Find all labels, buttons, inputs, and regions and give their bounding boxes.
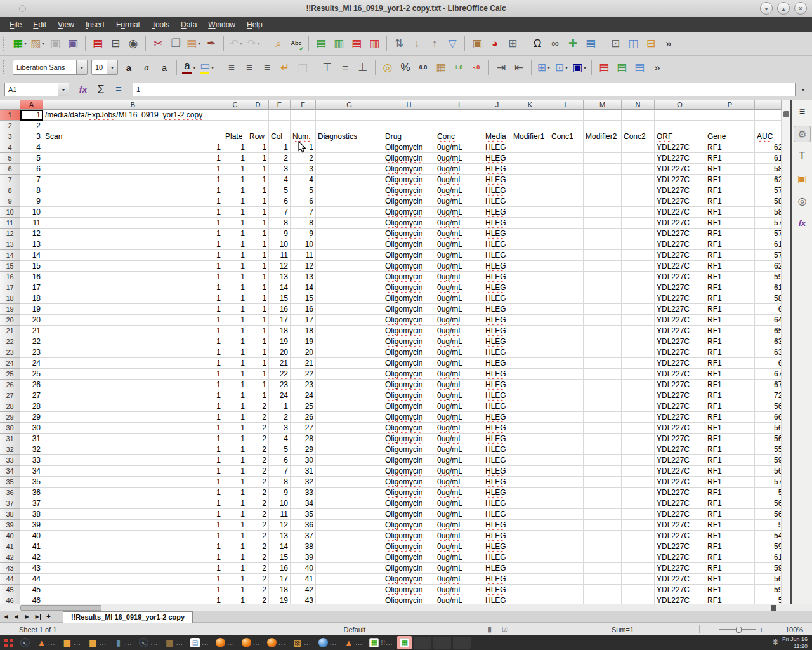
cell-Q2[interactable]	[755, 121, 782, 131]
cell-O31[interactable]: YDL227C	[655, 434, 705, 444]
cell-C24[interactable]: 1	[223, 358, 247, 369]
cell-C42[interactable]: 1	[223, 552, 247, 563]
border-style-button[interactable]: ⊡▾	[553, 58, 570, 77]
cell-I18[interactable]: 0ug/mL	[435, 293, 483, 304]
cell-L39[interactable]	[549, 520, 584, 531]
cell-L43[interactable]	[549, 563, 584, 574]
cell-K32[interactable]	[511, 444, 549, 455]
cell-A16[interactable]: 16	[20, 272, 43, 282]
dropdown-arrow-icon[interactable]: ▾	[24, 41, 27, 46]
firefox-browser[interactable]: ...	[213, 636, 237, 649]
cell-K5[interactable]	[511, 153, 549, 164]
cell-O24[interactable]: YDL227C	[655, 358, 705, 369]
cell-M10[interactable]	[584, 207, 622, 218]
zoom-level[interactable]: 100%	[776, 626, 812, 633]
cell-I3[interactable]: Conc	[435, 131, 483, 142]
cell-J19[interactable]: HLEG	[483, 304, 511, 315]
cell-Q17[interactable]: 614	[755, 282, 782, 293]
cell-B23[interactable]: 1	[43, 347, 223, 358]
cell-P10[interactable]: RF1	[705, 207, 755, 218]
cell-K9[interactable]	[511, 196, 549, 207]
cell-Q16[interactable]: 591	[755, 272, 782, 282]
row-header-17[interactable]: 17	[0, 282, 20, 293]
cell-L16[interactable]	[549, 272, 584, 282]
row-header-34[interactable]: 34	[0, 466, 20, 477]
cell-P34[interactable]: RF1	[705, 466, 755, 477]
cell-L41[interactable]	[549, 541, 584, 552]
cell-I33[interactable]: 0ug/mL	[435, 455, 483, 466]
cell-F6[interactable]: 3	[291, 164, 316, 175]
cell-C41[interactable]: 1	[223, 541, 247, 552]
cell-N38[interactable]	[622, 509, 655, 520]
column-header-O[interactable]: O	[655, 100, 705, 110]
cell-P20[interactable]: RF1	[705, 315, 755, 326]
cell-A22[interactable]: 22	[20, 336, 43, 347]
cell-D25[interactable]: 1	[247, 369, 269, 380]
cell-D20[interactable]: 1	[247, 315, 269, 326]
cell-N30[interactable]	[622, 423, 655, 434]
cell-L38[interactable]	[549, 509, 584, 520]
cell-E2[interactable]	[269, 121, 291, 131]
cell-P38[interactable]: RF1	[705, 509, 755, 520]
cell-E29[interactable]: 2	[269, 412, 291, 423]
cell-J2[interactable]	[483, 121, 511, 131]
cell-H41[interactable]: Oligomycin	[383, 541, 435, 552]
cell-B18[interactable]: 1	[43, 293, 223, 304]
cell-C4[interactable]: 1	[223, 142, 247, 153]
cell-E10[interactable]: 7	[269, 207, 291, 218]
cell-Q39[interactable]: 55	[755, 520, 782, 531]
cell-E11[interactable]: 8	[269, 218, 291, 229]
cell-M45[interactable]	[584, 585, 622, 595]
cell-K24[interactable]	[511, 358, 549, 369]
row-header-36[interactable]: 36	[0, 488, 20, 498]
cell-B19[interactable]: 1	[43, 304, 223, 315]
cell-A45[interactable]: 45	[20, 585, 43, 595]
cell-C7[interactable]: 1	[223, 175, 247, 185]
cell-A37[interactable]: 37	[20, 498, 43, 509]
cell-F29[interactable]: 26	[291, 412, 316, 423]
cell-O12[interactable]: YDL227C	[655, 229, 705, 239]
cell-L34[interactable]	[549, 466, 584, 477]
column-header-A[interactable]: A	[20, 100, 43, 110]
cell-E21[interactable]: 18	[269, 326, 291, 336]
next-sheet-button[interactable]: ▶	[22, 611, 32, 623]
cell-A5[interactable]: 5	[20, 153, 43, 164]
cell-Q46[interactable]: 59	[755, 595, 782, 604]
cell-A11[interactable]: 11	[20, 218, 43, 229]
cell-F5[interactable]: 2	[291, 153, 316, 164]
cell-P24[interactable]: RF1	[705, 358, 755, 369]
cell-I2[interactable]	[435, 121, 483, 131]
cell-Q41[interactable]: 590	[755, 541, 782, 552]
cell-H1[interactable]	[383, 110, 435, 121]
special-character-button[interactable]: Ω	[529, 34, 546, 53]
cell-F19[interactable]: 16	[291, 304, 316, 315]
cell-B16[interactable]: 1	[43, 272, 223, 282]
row-header-19[interactable]: 19	[0, 304, 20, 315]
cell-B5[interactable]: 1	[43, 153, 223, 164]
cell-C8[interactable]: 1	[223, 185, 247, 196]
cell-I34[interactable]: 0ug/mL	[435, 466, 483, 477]
cell-J14[interactable]: HLEG	[483, 250, 511, 261]
cell-D19[interactable]: 1	[247, 304, 269, 315]
cell-H37[interactable]: Oligomycin	[383, 498, 435, 509]
cell-I6[interactable]: 0ug/mL	[435, 164, 483, 175]
cell-D4[interactable]: 1	[247, 142, 269, 153]
cell-P1[interactable]	[705, 110, 755, 121]
cell-G34[interactable]	[316, 466, 383, 477]
cell-L44[interactable]	[549, 574, 584, 585]
align-top-button[interactable]: ⊤	[319, 58, 336, 77]
cell-F44[interactable]: 41	[291, 574, 316, 585]
cell-H43[interactable]: Oligomycin	[383, 563, 435, 574]
cell-K11[interactable]	[511, 218, 549, 229]
row-header-43[interactable]: 43	[0, 563, 20, 574]
cell-F10[interactable]: 7	[291, 207, 316, 218]
increase-indent-button[interactable]: ⇥	[493, 58, 509, 77]
cell-O11[interactable]: YDL227C	[655, 218, 705, 229]
cell-P12[interactable]: RF1	[705, 229, 755, 239]
cell-C3[interactable]: Plate	[223, 131, 247, 142]
cell-N42[interactable]	[622, 552, 655, 563]
cell-F4[interactable]: 1	[291, 142, 316, 153]
cell-L29[interactable]	[549, 412, 584, 423]
cell-I25[interactable]: 0ug/mL	[435, 369, 483, 380]
print-button[interactable]: ⊟	[107, 34, 124, 53]
